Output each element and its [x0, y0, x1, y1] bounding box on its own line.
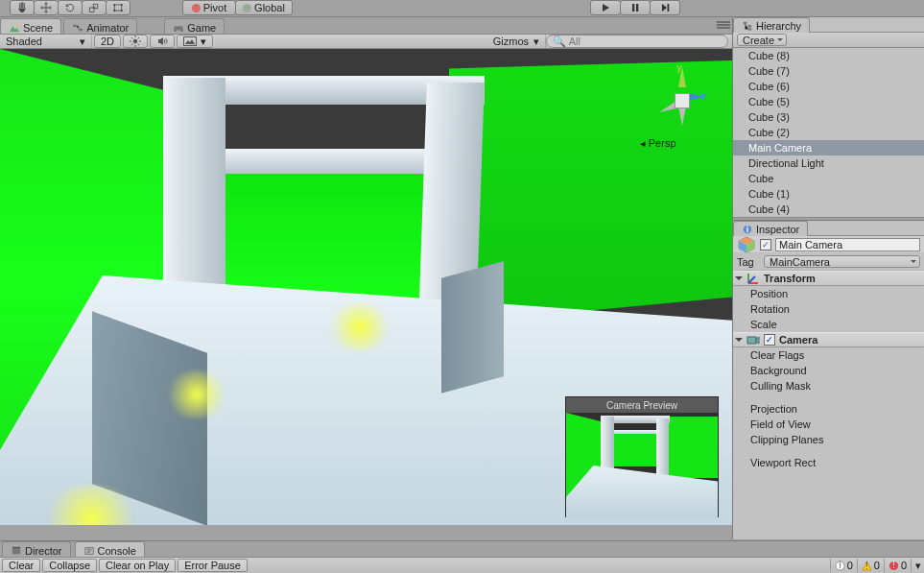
director-icon — [11, 546, 22, 556]
svg-text:i: i — [746, 225, 749, 234]
hierarchy-item[interactable]: Cube (1) — [733, 186, 924, 202]
camera-title: Camera — [779, 334, 817, 346]
handle-mode-group: Pivot Global — [182, 0, 292, 15]
tab-director[interactable]: Director — [2, 541, 71, 557]
console-error-pause-button[interactable]: Error Pause — [178, 559, 248, 572]
tab-animator[interactable]: Animator — [63, 18, 137, 34]
global-button[interactable]: Global — [235, 0, 293, 15]
tab-console[interactable]: Console — [75, 541, 145, 557]
camera-component-header[interactable]: ✓ Camera — [733, 332, 924, 347]
rect-tool-button[interactable] — [106, 0, 130, 15]
svg-text:!: ! — [865, 561, 868, 571]
hierarchy-item[interactable]: Cube (4) — [733, 202, 924, 217]
transform-title: Transform — [764, 273, 816, 284]
scene-toolbar: Shaded▾ 2D ▾ Gizmos▾ 🔍 All — [0, 34, 732, 49]
toggle-2d[interactable]: 2D — [94, 35, 121, 48]
console-clear-on-play-button[interactable]: Clear on Play — [99, 559, 176, 572]
hierarchy-list[interactable]: Cube (8)Cube (7)Cube (6)Cube (5)Cube (3)… — [733, 48, 924, 217]
toggle-lighting[interactable] — [123, 35, 148, 48]
tab-scene[interactable]: Scene — [0, 18, 61, 34]
transform-component-header[interactable]: Transform — [733, 271, 924, 286]
gameobject-header: ✓ Main Camera — [733, 236, 924, 253]
svg-rect-9 — [668, 4, 670, 12]
tag-row: Tag MainCamera — [733, 253, 924, 271]
hierarchy-icon — [742, 21, 753, 31]
svg-rect-14 — [184, 37, 197, 46]
hierarchy-item[interactable]: Cube (6) — [733, 79, 924, 94]
camera-property[interactable]: Field of View — [733, 417, 924, 432]
hierarchy-toolbar: Create — [733, 33, 924, 48]
hierarchy-item[interactable]: Cube (5) — [733, 94, 924, 109]
foldout-icon — [735, 338, 743, 346]
camera-property[interactable]: Projection — [733, 401, 924, 417]
svg-marker-18 — [678, 107, 686, 126]
console-info-count[interactable]: i0 — [830, 559, 857, 572]
hierarchy-item[interactable]: Cube — [733, 171, 924, 186]
svg-rect-12 — [80, 28, 83, 30]
camera-enabled-checkbox[interactable]: ✓ — [764, 334, 775, 346]
game-icon — [173, 23, 184, 33]
camera-property[interactable]: Viewport Rect — [733, 455, 924, 470]
hierarchy-create-dropdown[interactable]: Create — [737, 34, 787, 46]
scene-search-input[interactable]: 🔍 All — [546, 35, 728, 48]
hierarchy-item[interactable]: Main Camera — [733, 140, 924, 155]
info-icon: i — [835, 561, 845, 571]
hierarchy-item[interactable]: Cube (7) — [733, 63, 924, 79]
rotate-tool-button[interactable] — [58, 0, 83, 15]
console-clear-button[interactable]: Clear — [2, 559, 40, 572]
shading-dropdown[interactable]: Shaded▾ — [0, 35, 92, 48]
tag-dropdown[interactable]: MainCamera — [764, 255, 920, 268]
transform-property[interactable]: Rotation — [733, 301, 924, 317]
transform-property[interactable]: Scale — [733, 317, 924, 332]
search-icon: 🔍 — [553, 36, 566, 48]
console-icon — [83, 546, 95, 556]
bottom-tabs: Director Console — [0, 540, 924, 557]
tab-inspector[interactable]: i Inspector — [733, 221, 808, 236]
toggle-audio[interactable] — [150, 35, 175, 48]
camera-property[interactable]: Culling Mask — [733, 378, 924, 394]
scene-icon — [9, 23, 20, 33]
console-menu-icon[interactable]: ▾ — [911, 559, 924, 572]
svg-rect-2 — [114, 5, 122, 11]
inspector-tab-row: i Inspector — [733, 221, 924, 236]
right-column: Hierarchy Create Cube (8)Cube (7)Cube (6… — [732, 17, 924, 539]
transform-property[interactable]: Position — [733, 286, 924, 301]
tab-game[interactable]: Game — [164, 18, 225, 34]
step-button[interactable] — [650, 0, 680, 15]
tab-hierarchy[interactable]: Hierarchy — [733, 17, 810, 33]
toggle-fx[interactable]: ▾ — [177, 35, 213, 48]
panel-menu-icon[interactable] — [717, 21, 730, 31]
console-warn-count[interactable]: !0 — [857, 559, 884, 572]
hand-tool-button[interactable] — [10, 0, 35, 15]
hierarchy-item[interactable]: Cube (2) — [733, 125, 924, 140]
svg-rect-28 — [747, 337, 756, 344]
spacer — [733, 447, 924, 455]
svg-rect-30 — [12, 546, 20, 548]
tab-hierarchy-label: Hierarchy — [756, 20, 801, 32]
camera-property[interactable]: Clear Flags — [733, 347, 924, 363]
main-toolbar: Pivot Global — [0, 0, 924, 17]
play-button[interactable] — [590, 0, 621, 15]
console-collapse-button[interactable]: Collapse — [42, 559, 97, 572]
pivot-button[interactable]: Pivot — [182, 0, 236, 15]
sun-icon — [130, 36, 141, 47]
move-tool-button[interactable] — [34, 0, 59, 15]
scene-viewport[interactable]: y z ◂ Persp Camera Preview — [0, 49, 732, 525]
camera-icon — [746, 333, 760, 346]
hierarchy-item[interactable]: Cube (8) — [733, 48, 924, 63]
play-controls — [590, 0, 679, 15]
scale-tool-button[interactable] — [82, 0, 107, 15]
foldout-icon — [735, 276, 743, 284]
pause-button[interactable] — [620, 0, 651, 15]
gameobject-name-field[interactable]: Main Camera — [775, 238, 920, 251]
hierarchy-item[interactable]: Directional Light — [733, 155, 924, 171]
camera-property[interactable]: Clipping Planes — [733, 432, 924, 447]
svg-rect-19 — [744, 22, 746, 25]
svg-rect-21 — [748, 29, 751, 31]
gizmos-dropdown[interactable]: Gizmos▾ — [487, 35, 546, 48]
camera-property[interactable]: Background — [733, 363, 924, 378]
hierarchy-item[interactable]: Cube (3) — [733, 109, 924, 125]
orientation-gizmo[interactable]: y z ◂ Persp — [648, 59, 715, 145]
gameobject-enabled-checkbox[interactable]: ✓ — [760, 239, 771, 251]
console-error-count[interactable]: !0 — [884, 559, 911, 572]
